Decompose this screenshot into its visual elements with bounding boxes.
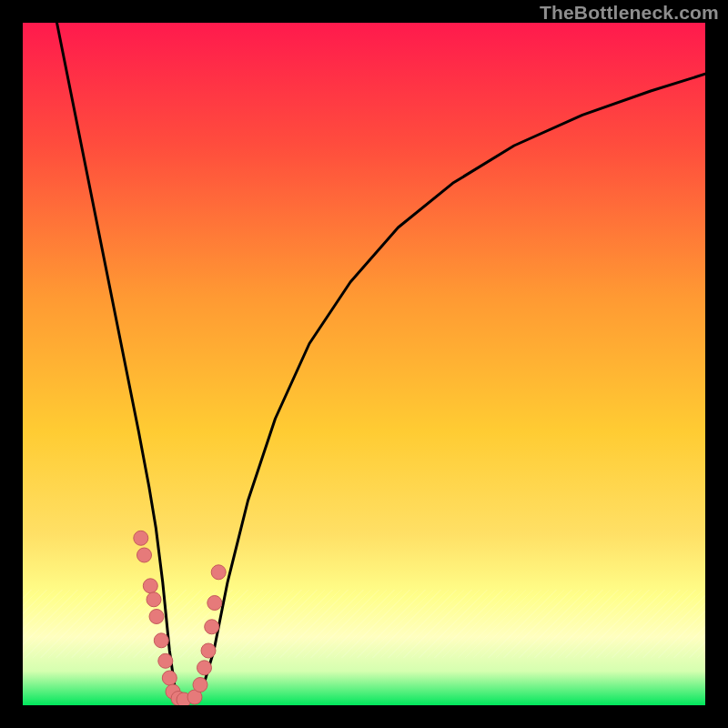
outer-frame: TheBottleneck.com (0, 0, 728, 728)
bead-point (134, 531, 148, 545)
bead-point (201, 643, 216, 658)
bead-point (158, 653, 173, 668)
bead-point (154, 633, 168, 648)
bead-point (147, 592, 161, 607)
bead-group (134, 531, 226, 705)
chart-svg (23, 23, 705, 705)
plot-area (23, 23, 705, 705)
watermark-text: TheBottleneck.com (540, 2, 719, 24)
bead-point (149, 610, 164, 624)
bead-point (197, 661, 212, 675)
bead-point (137, 548, 152, 562)
bead-point (207, 596, 222, 611)
bead-point (162, 671, 177, 685)
bead-point (211, 565, 226, 580)
bead-point (205, 620, 219, 634)
bead-point (143, 579, 157, 593)
bead-point (193, 678, 207, 693)
